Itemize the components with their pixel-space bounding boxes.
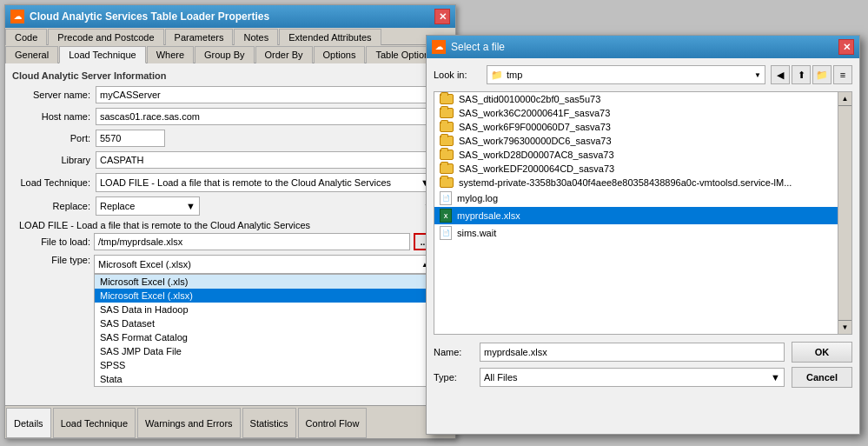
dialog-close-button[interactable]: ✕: [838, 39, 854, 55]
type-dropdown-arrow: ▼: [771, 372, 780, 383]
view-toggle-button[interactable]: ≡: [833, 65, 852, 84]
type-field-row: Type: All Files ▼ Cancel: [434, 367, 852, 388]
tab-where[interactable]: Where: [147, 46, 194, 63]
lookin-dropdown[interactable]: 📁 tmp ▼: [487, 65, 765, 84]
folder-icon: [440, 136, 454, 146]
tab-group-by[interactable]: Group By: [195, 46, 254, 63]
dialog-title: Select a file: [451, 41, 505, 53]
filetype-option-5[interactable]: SAS JMP Data File: [95, 344, 432, 358]
file-name: SAS_work36C20000641F_sasva73: [459, 108, 610, 118]
tab-load-technique[interactable]: Load Technique: [59, 46, 145, 63]
new-folder-button[interactable]: 📁: [812, 65, 832, 84]
tab-notes[interactable]: Notes: [234, 29, 278, 45]
file-type-list: Microsoft Excel (.xls) Microsoft Excel (…: [94, 274, 433, 387]
tabs-row2: General Load Technique Where Group By Or…: [5, 45, 455, 63]
lookin-row: Look in: 📁 tmp ▼ ◀ ⬆ 📁 ≡: [434, 65, 852, 84]
file-icon: 📄: [440, 191, 452, 205]
lookin-icons: ◀ ⬆ 📁 ≡: [771, 65, 852, 84]
cancel-button[interactable]: Cancel: [792, 367, 852, 388]
library-input[interactable]: [96, 151, 434, 169]
tab-order-by[interactable]: Order By: [255, 46, 313, 63]
list-item[interactable]: SAS_workD28D00007AC8_sasva73: [434, 148, 851, 162]
server-name-input[interactable]: [96, 86, 434, 103]
list-item[interactable]: SAS_work36C20000641F_sasva73: [434, 106, 851, 120]
list-scroll-down[interactable]: ▼: [838, 320, 851, 334]
list-vscrollbar: ▲ ▼: [838, 92, 851, 334]
list-item[interactable]: SAS_work796300000DC6_sasva73: [434, 134, 851, 148]
filetype-option-2[interactable]: SAS Data in Hadoop: [95, 303, 432, 316]
file-list: SAS_dtid0010000c2bf0_sas5u73 SAS_work36C…: [434, 91, 852, 335]
filetype-option-0[interactable]: Microsoft Excel (.xls): [95, 275, 432, 289]
bottom-tab-details[interactable]: Details: [6, 408, 51, 438]
tab-precode[interactable]: Precode and Postcode: [48, 29, 163, 45]
bottom-tab-statistics[interactable]: Statistics: [242, 408, 296, 438]
dialog-titlebar: ☁ Select a file ✕: [427, 36, 859, 58]
lookin-value: tmp: [507, 70, 522, 80]
library-row: Library: [12, 151, 434, 169]
tab-extended-attributes[interactable]: Extended Attributes: [279, 29, 381, 45]
server-name-label: Server name:: [12, 90, 90, 100]
replace-wrapper: Replace ▼: [96, 196, 434, 216]
list-item[interactable]: systemd-private-3358b30a040f4aee8e803584…: [434, 176, 851, 190]
main-window-title: Cloud Analytic Services Table Loader Pro…: [30, 10, 269, 23]
replace-dropdown[interactable]: Replace ▼: [96, 196, 200, 216]
file-to-load-label: File to load:: [12, 236, 90, 247]
load-technique-wrapper: LOAD FILE - Load a file that is remote t…: [96, 173, 434, 192]
nav-up-button[interactable]: ⬆: [792, 65, 811, 84]
host-name-row: Host name:: [12, 108, 434, 125]
host-name-label: Host name:: [12, 111, 90, 122]
port-input[interactable]: [96, 130, 165, 147]
main-close-button[interactable]: ✕: [434, 9, 450, 24]
list-item[interactable]: SAS_workEDF2000064CD_sasva73: [434, 162, 851, 176]
bottom-tab-warnings[interactable]: Warnings and Errors: [137, 408, 240, 438]
file-name: myprdsale.xlsx: [457, 210, 520, 221]
tabs-row1: Code Precode and Postcode Parameters Not…: [5, 28, 455, 45]
bottom-tab-control-flow[interactable]: Control Flow: [298, 408, 368, 438]
type-field-dropdown[interactable]: All Files ▼: [480, 368, 785, 387]
list-item[interactable]: SAS_work6F9F000060D7_sasva73: [434, 120, 851, 134]
filetype-option-7[interactable]: Stata: [95, 372, 432, 386]
name-field-label: Name:: [434, 347, 473, 357]
tab-general[interactable]: General: [5, 46, 58, 63]
lookin-label: Look in:: [434, 70, 481, 80]
list-item[interactable]: 📄 sims.wait: [434, 224, 851, 242]
filetype-option-3[interactable]: SAS Dataset: [95, 316, 432, 330]
folder-icon: [440, 163, 454, 174]
info-text: LOAD FILE - Load a file that is remote t…: [12, 220, 434, 230]
folder-icon: [440, 122, 454, 132]
library-label: Library: [12, 155, 90, 165]
port-row: Port:: [12, 130, 434, 147]
bottom-tab-load-technique[interactable]: Load Technique: [53, 408, 136, 438]
name-field-row: Name: OK: [434, 342, 852, 363]
file-type-container: Microsoft Excel (.xlsx) ▲ Microsoft Exce…: [94, 255, 433, 387]
tab-options[interactable]: Options: [314, 46, 366, 63]
load-technique-row: Load Technique: LOAD FILE - Load a file …: [12, 173, 434, 192]
filetype-option-6[interactable]: SPSS: [95, 358, 432, 372]
file-name: SAS_work796300000DC6_sasva73: [459, 136, 612, 146]
ok-button[interactable]: OK: [792, 342, 852, 363]
load-technique-label: Load Technique:: [12, 177, 90, 188]
section-title: Cloud Analytic Server Information: [12, 70, 434, 81]
list-item[interactable]: SAS_dtid0010000c2bf0_sas5u73: [434, 92, 851, 106]
file-name: SAS_workEDF2000064CD_sasva73: [459, 163, 614, 174]
load-technique-dropdown[interactable]: LOAD FILE - Load a file that is remote t…: [96, 173, 434, 192]
list-item[interactable]: 📄 mylog.log: [434, 190, 851, 207]
main-content: Cloud Analytic Server Information Server…: [5, 63, 455, 398]
filetype-option-1[interactable]: Microsoft Excel (.xlsx): [95, 289, 432, 303]
list-scroll-up[interactable]: ▲: [838, 92, 851, 106]
load-technique-value: LOAD FILE - Load a file that is remote t…: [100, 177, 391, 188]
main-titlebar: ☁ Cloud Analytic Services Table Loader P…: [5, 5, 455, 28]
dialog-title-left: ☁ Select a file: [432, 40, 505, 54]
folder-icon: [440, 177, 454, 188]
xlsx-icon: X: [440, 209, 452, 223]
file-type-dropdown[interactable]: Microsoft Excel (.xlsx) ▲: [94, 255, 433, 274]
host-name-input[interactable]: [96, 108, 434, 125]
list-item-selected[interactable]: X myprdsale.xlsx: [434, 207, 851, 224]
file-to-load-input[interactable]: [94, 233, 410, 250]
tab-code[interactable]: Code: [5, 29, 47, 45]
tab-parameters[interactable]: Parameters: [165, 29, 234, 45]
filetype-option-4[interactable]: SAS Format Catalog: [95, 330, 432, 344]
name-field-input[interactable]: [480, 343, 785, 362]
nav-back-button[interactable]: ◀: [771, 65, 790, 84]
bottom-tabs: Details Load Technique Warnings and Erro…: [5, 405, 455, 438]
